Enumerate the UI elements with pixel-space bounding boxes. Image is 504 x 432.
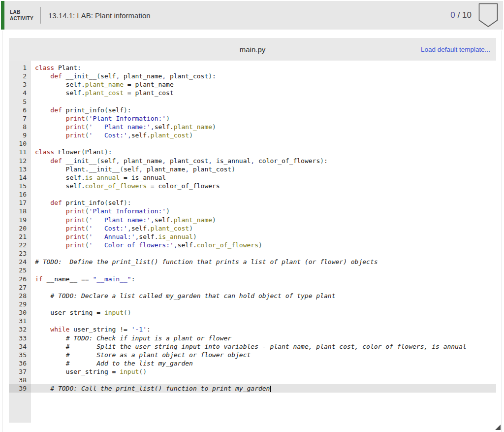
code-line[interactable]: 18 print('Plant Information:') xyxy=(9,207,496,215)
header-divider xyxy=(40,7,41,24)
code-editor[interactable]: 1class Plant:2 def __init__(self, plant_… xyxy=(9,61,496,423)
code-line[interactable]: 16 xyxy=(9,190,496,199)
code-line[interactable]: 15 self.color_of_flowers = color_of_flow… xyxy=(9,182,496,190)
code-line-text: # TODO: Define the print_list() function… xyxy=(31,258,496,266)
code-line[interactable]: 11class Flower(Plant): xyxy=(9,148,496,156)
code-line[interactable]: 19 print(' Plant name:',self.plant_name) xyxy=(9,216,496,224)
load-default-template-link[interactable]: Load default template... xyxy=(421,46,490,53)
code-line[interactable]: 4 self.plant_cost = plant_cost xyxy=(9,89,496,97)
line-number: 3 xyxy=(9,80,31,89)
code-line-text: self.is_annual = is_annual xyxy=(31,173,496,182)
code-line[interactable]: 17 def print_info(self): xyxy=(9,199,496,207)
line-number: 21 xyxy=(9,233,31,241)
code-line[interactable]: 13 Plant.__init__(self, plant_name, plan… xyxy=(9,165,496,173)
line-number: 2 xyxy=(9,72,31,80)
line-number: 37 xyxy=(9,367,31,376)
line-number: 5 xyxy=(9,98,31,106)
line-number: 29 xyxy=(9,300,31,308)
code-line[interactable]: 12 def __init__(self, plant_name, plant_… xyxy=(9,157,496,165)
code-line-text: self.color_of_flowers = color_of_flowers xyxy=(31,182,496,190)
code-line[interactable]: 22 print(' Color of flowers:',self.color… xyxy=(9,241,496,249)
code-line[interactable]: 39 # TODO: Call the print_list() functio… xyxy=(9,384,496,393)
line-number: 9 xyxy=(9,131,31,139)
code-line[interactable]: 29 xyxy=(9,300,496,308)
code-line-text: def print_info(self): xyxy=(31,199,496,207)
editor-panel: main.py Load default template... 1class … xyxy=(9,38,496,423)
code-line-text xyxy=(31,266,496,274)
code-line-text: print(' Cost:',self.plant_cost) xyxy=(31,224,496,233)
code-line[interactable]: 38 xyxy=(9,376,496,384)
code-line-text: user_string = input() xyxy=(31,367,496,376)
code-line-text xyxy=(31,190,496,199)
code-line-text: # Split the user_string input into varia… xyxy=(31,342,496,351)
code-line[interactable]: 34 # Split the user_string input into va… xyxy=(9,342,496,351)
line-number: 39 xyxy=(9,384,31,393)
code-line-text: if __name__ == "__main__": xyxy=(31,275,496,283)
code-line[interactable]: 6 def print_info(self): xyxy=(9,106,496,114)
code-line[interactable]: 9 print(' Cost:',self.plant_cost) xyxy=(9,131,496,139)
code-line[interactable]: 27 xyxy=(9,283,496,292)
code-line-text: # Store as a plant object or flower obje… xyxy=(31,351,496,359)
code-line[interactable]: 10 xyxy=(9,139,496,148)
resize-grip-icon[interactable] xyxy=(495,425,501,430)
code-line[interactable]: 35 # Store as a plant object or flower o… xyxy=(9,351,496,359)
code-line[interactable]: 14 self.is_annual = is_annual xyxy=(9,173,496,182)
code-line-text xyxy=(31,139,496,148)
code-line-text: print('Plant Information:') xyxy=(31,207,496,215)
line-number: 15 xyxy=(9,182,31,190)
code-line[interactable]: 2 def __init__(self, plant_name, plant_c… xyxy=(9,72,496,80)
score-earned: 0 xyxy=(450,10,455,20)
code-line[interactable]: 3 self.plant_name = plant_name xyxy=(9,80,496,89)
code-line[interactable]: 8 print(' Plant name:',self.plant_name) xyxy=(9,123,496,131)
code-line-text: # TODO: Declare a list called my_garden … xyxy=(31,292,496,300)
line-number: 30 xyxy=(9,308,31,317)
code-line-text xyxy=(31,376,496,384)
code-line[interactable]: 26if __name__ == "__main__": xyxy=(9,275,496,283)
code-line[interactable]: 5 xyxy=(9,98,496,106)
score-total: / 10 xyxy=(458,10,472,20)
code-line[interactable]: 32 while user_string != '-1': xyxy=(9,325,496,333)
code-line[interactable]: 21 print(' Annual:',self.is_annual) xyxy=(9,233,496,241)
code-line-text: def __init__(self, plant_name, plant_cos… xyxy=(31,72,496,80)
line-number: 17 xyxy=(9,199,31,207)
code-line[interactable]: 36 # Add to the list my_garden xyxy=(9,359,496,367)
code-line[interactable]: 24# TODO: Define the print_list() functi… xyxy=(9,258,496,266)
code-line-text: Plant.__init__(self, plant_name, plant_c… xyxy=(31,165,496,173)
line-number: 27 xyxy=(9,283,31,292)
code-line-text xyxy=(31,249,496,258)
line-number: 16 xyxy=(9,190,31,199)
code-line[interactable]: 20 print(' Cost:',self.plant_cost) xyxy=(9,224,496,233)
code-line-text: print(' Cost:',self.plant_cost) xyxy=(31,131,496,139)
code-line-text xyxy=(31,300,496,308)
code-lines: 1class Plant:2 def __init__(self, plant_… xyxy=(9,64,496,393)
code-line[interactable]: 25 xyxy=(9,266,496,274)
editor-header: main.py Load default template... xyxy=(9,38,496,61)
line-number: 25 xyxy=(9,266,31,274)
code-line-text: # TODO: Call the print_list() function t… xyxy=(31,384,496,393)
code-line[interactable]: 7 print('Plant Information:') xyxy=(9,114,496,123)
line-number: 33 xyxy=(9,334,31,342)
lab-activity-badge-line2: ACTIVITY xyxy=(10,15,33,22)
line-number: 6 xyxy=(9,106,31,114)
text-cursor xyxy=(270,386,271,392)
line-number: 20 xyxy=(9,224,31,233)
code-line-text: user_string = input() xyxy=(31,308,496,317)
code-line[interactable]: 1class Plant: xyxy=(9,64,496,72)
code-line-text xyxy=(31,98,496,106)
line-number: 1 xyxy=(9,64,31,72)
code-line-text xyxy=(31,283,496,292)
code-line[interactable]: 30 user_string = input() xyxy=(9,308,496,317)
lab-activity-badge-line1: LAB xyxy=(10,9,33,15)
code-line[interactable]: 28 # TODO: Declare a list called my_gard… xyxy=(9,292,496,300)
code-line[interactable]: 37 user_string = input() xyxy=(9,367,496,376)
line-number: 28 xyxy=(9,292,31,300)
code-line[interactable]: 33 # TODO: Check if input is a plant or … xyxy=(9,334,496,342)
line-number: 23 xyxy=(9,249,31,258)
code-line-text: self.plant_cost = plant_cost xyxy=(31,89,496,97)
code-line-text: print(' Annual:',self.is_annual) xyxy=(31,233,496,241)
filename: main.py xyxy=(240,45,266,54)
code-line[interactable]: 31 xyxy=(9,317,496,325)
line-number: 8 xyxy=(9,123,31,131)
code-line-text: # Add to the list my_garden xyxy=(31,359,496,367)
code-line[interactable]: 23 xyxy=(9,249,496,258)
